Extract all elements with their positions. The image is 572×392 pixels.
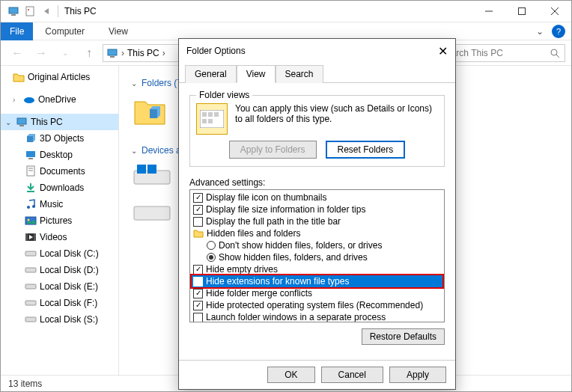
drive-tile-c[interactable] [131, 162, 173, 189]
chevron-down-icon: ⌄ [131, 147, 137, 155]
tab-general[interactable]: General [185, 65, 237, 83]
svg-rect-48 [202, 112, 207, 117]
drive-icon [25, 297, 37, 309]
adv-display-file-size[interactable]: ✓Display file size information in folder… [192, 203, 442, 215]
svg-rect-46 [134, 206, 170, 220]
view-tab[interactable]: View [97, 22, 140, 40]
restore-defaults-button[interactable]: Restore Defaults [362, 328, 445, 345]
tab-search[interactable]: Search [276, 65, 323, 83]
adv-dont-show-hidden[interactable]: Don't show hidden files, folders, or dri… [192, 239, 442, 251]
window-title: This PC [64, 6, 97, 16]
forward-button[interactable]: → [31, 43, 52, 63]
advanced-settings-label: Advanced settings: [189, 177, 445, 188]
svg-rect-5 [519, 8, 526, 15]
svg-point-12 [24, 97, 34, 103]
svg-rect-2 [26, 7, 34, 16]
tree-pictures[interactable]: Pictures [1, 212, 118, 229]
pictures-icon [25, 215, 37, 227]
advanced-settings-list[interactable]: ✓Display file icon on thumbnails ✓Displa… [189, 189, 445, 322]
tree-3d-objects[interactable]: 3D Objects [1, 130, 118, 147]
adv-hide-merge-conflicts[interactable]: ✓Hide folder merge conflicts [192, 287, 442, 299]
tree-local-disk-d[interactable]: Local Disk (D:) [1, 262, 118, 278]
documents-icon [25, 165, 37, 177]
back-button[interactable]: ← [7, 43, 28, 63]
tree-desktop[interactable]: Desktop [1, 147, 118, 163]
folder-tile-3d[interactable] [131, 93, 168, 129]
checkbox-icon: ✓ [193, 265, 203, 275]
tree-documents[interactable]: Documents [1, 163, 118, 180]
svg-point-25 [28, 219, 30, 221]
close-button[interactable] [538, 1, 571, 22]
svg-rect-49 [208, 112, 213, 117]
tree-original-articles[interactable]: Original Articles [1, 69, 118, 85]
svg-point-10 [551, 49, 557, 55]
tree-videos[interactable]: Videos [1, 229, 118, 245]
svg-rect-31 [25, 284, 36, 289]
item-count: 13 items [8, 379, 42, 389]
up-button[interactable]: ↑ [79, 43, 100, 63]
checkbox-icon: ✓ [193, 301, 203, 310]
help-icon[interactable]: ? [552, 25, 565, 38]
qa-undo-icon[interactable] [38, 3, 55, 19]
adv-launch-separate-process[interactable]: Launch folder windows in a separate proc… [192, 311, 442, 322]
tree-onedrive[interactable]: ›OneDrive [1, 91, 118, 108]
svg-rect-33 [25, 317, 36, 322]
cancel-button[interactable]: Cancel [321, 367, 383, 383]
adv-hidden-files-folder[interactable]: Hidden files and folders [192, 227, 442, 239]
dialog-footer: OK Cancel Apply [179, 360, 455, 389]
radio-icon [207, 253, 216, 262]
dialog-close-button[interactable]: ✕ [438, 44, 448, 58]
tree-local-disk-s[interactable]: Local Disk (S:) [1, 311, 118, 328]
maximize-button[interactable] [505, 1, 538, 22]
ok-button[interactable]: OK [267, 367, 314, 383]
adv-hide-extensions[interactable]: Hide extensions for known file types [192, 275, 442, 287]
videos-icon [25, 231, 37, 243]
adv-show-hidden[interactable]: Show hidden files, folders, and drives [192, 251, 442, 263]
minimize-button[interactable] [472, 1, 505, 22]
breadcrumb[interactable]: This PC [127, 48, 159, 58]
tree-music[interactable]: Music [1, 196, 118, 212]
checkbox-icon [193, 277, 203, 287]
onedrive-icon [23, 94, 35, 105]
drive-tile-d[interactable] [131, 197, 173, 224]
qa-properties-icon[interactable] [22, 3, 38, 19]
tree-local-disk-c[interactable]: Local Disk (C:) [1, 245, 118, 262]
dialog-title: Folder Options [186, 46, 246, 56]
folder-icon [193, 229, 204, 238]
adv-display-file-icon[interactable]: ✓Display file icon on thumbnails [192, 192, 442, 203]
pc-icon [16, 116, 28, 128]
pc-icon [5, 3, 22, 19]
downloads-icon [25, 182, 37, 194]
adv-display-full-path[interactable]: Display the full path in the title bar [192, 215, 442, 227]
svg-point-22 [27, 206, 30, 209]
svg-rect-1 [11, 14, 16, 16]
history-dropdown[interactable]: ⌄ [55, 43, 76, 63]
tree-local-disk-e[interactable]: Local Disk (E:) [1, 278, 118, 295]
pc-icon [106, 47, 118, 59]
tree-downloads[interactable]: Downloads [1, 180, 118, 196]
checkbox-icon: ✓ [193, 205, 203, 215]
svg-point-23 [32, 205, 35, 208]
apply-button[interactable]: Apply [389, 367, 446, 383]
checkbox-icon [193, 217, 203, 227]
desktop-icon [25, 149, 37, 161]
tree-local-disk-f[interactable]: Local Disk (F:) [1, 295, 118, 311]
svg-rect-30 [25, 268, 36, 272]
svg-rect-16 [26, 151, 35, 157]
folder-views-group: Folder views You can apply this view (su… [189, 95, 445, 167]
svg-line-11 [556, 55, 559, 58]
reset-folders-button[interactable]: Reset Folders [326, 141, 406, 159]
svg-rect-8 [108, 49, 117, 55]
expand-ribbon-icon[interactable]: ⌄ [531, 26, 549, 37]
adv-hide-empty-drives[interactable]: ✓Hide empty drives [192, 263, 442, 275]
tree-this-pc[interactable]: ⌄This PC [1, 114, 118, 130]
folder-options-dialog: Folder Options ✕ General View Search Fol… [178, 38, 456, 390]
adv-hide-protected-os[interactable]: ✓Hide protected operating system files (… [192, 299, 442, 311]
computer-tab[interactable]: Computer [33, 22, 97, 40]
apply-to-folders-button[interactable]: Apply to Folders [229, 141, 317, 159]
file-tab[interactable]: File [1, 22, 33, 40]
svg-rect-29 [25, 251, 36, 256]
tab-view[interactable]: View [237, 65, 276, 83]
window-titlebar: This PC [1, 1, 571, 22]
folder-icon [13, 71, 25, 83]
